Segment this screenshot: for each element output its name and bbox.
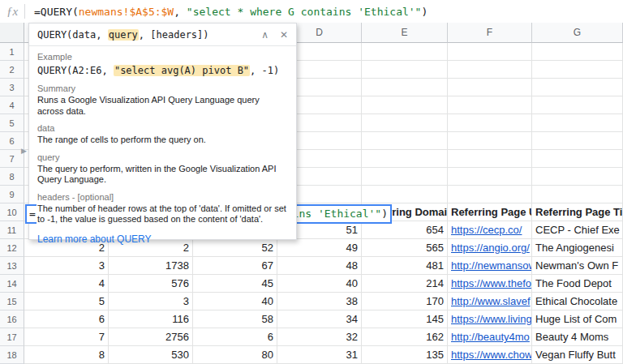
cell-E9[interactable] bbox=[362, 186, 448, 203]
cell-G10[interactable]: Referring Page Title bbox=[532, 203, 623, 221]
cell-F4[interactable] bbox=[448, 96, 532, 114]
cell-D14[interactable]: 40 bbox=[277, 275, 362, 293]
cell-G18[interactable]: Vegan Fluffy Butt bbox=[532, 346, 623, 364]
cell-G3[interactable] bbox=[532, 79, 623, 96]
cell-G5[interactable] bbox=[532, 114, 623, 132]
cell-F3[interactable] bbox=[448, 79, 532, 96]
cell-B15[interactable]: 3 bbox=[109, 293, 193, 310]
cell-G2[interactable] bbox=[532, 61, 623, 79]
learn-more-link[interactable]: Learn more about QUERY bbox=[37, 233, 288, 245]
row-header-4[interactable]: 4 bbox=[0, 96, 24, 114]
cell-E4[interactable] bbox=[362, 96, 448, 114]
cell-B14[interactable]: 576 bbox=[109, 275, 193, 293]
cell-F1[interactable] bbox=[448, 43, 532, 61]
cell-C13[interactable]: 67 bbox=[193, 257, 277, 275]
cell-F14-link[interactable]: https://www.thefo bbox=[448, 275, 532, 293]
cell-E13[interactable]: 481 bbox=[362, 257, 448, 275]
cell-C14[interactable]: 45 bbox=[193, 275, 277, 293]
cell-G7[interactable] bbox=[532, 150, 623, 168]
cell-G15[interactable]: Ethical Chocolate bbox=[532, 293, 623, 310]
row-header-8[interactable]: 8 bbox=[0, 168, 24, 186]
cell-G6[interactable] bbox=[532, 132, 623, 150]
select-all-corner[interactable] bbox=[0, 23, 24, 43]
close-icon[interactable]: ✕ bbox=[280, 30, 288, 40]
cell-F13-link[interactable]: http://newmansow bbox=[448, 257, 532, 275]
cell-A15[interactable]: 5 bbox=[24, 293, 109, 310]
cell-B17[interactable]: 2756 bbox=[109, 328, 193, 346]
cell-G11[interactable]: CECP - Chief Exe bbox=[532, 221, 623, 239]
collapse-icon[interactable]: ∧ bbox=[261, 30, 269, 40]
cell-F15-link[interactable]: http://www.slavef bbox=[448, 293, 532, 310]
cell-B18[interactable]: 530 bbox=[109, 346, 193, 364]
row-header-16[interactable]: 16 bbox=[0, 310, 24, 328]
column-header-E[interactable]: E bbox=[362, 23, 448, 43]
cell-E1[interactable] bbox=[362, 43, 448, 61]
cell-G12[interactable]: The Angiogenesi bbox=[532, 239, 623, 257]
cell-E12[interactable]: 565 bbox=[362, 239, 448, 257]
cell-E7[interactable] bbox=[362, 150, 448, 168]
cell-F2[interactable] bbox=[448, 61, 532, 79]
cell-G13[interactable]: Newman's Own F bbox=[532, 257, 623, 275]
row-header-11[interactable]: 11 bbox=[0, 221, 24, 239]
cell-F18-link[interactable]: https://www.chow bbox=[448, 346, 532, 364]
row-header-13[interactable]: 13 bbox=[0, 257, 24, 275]
cell-F7[interactable] bbox=[448, 150, 532, 168]
cell-E2[interactable] bbox=[362, 61, 448, 79]
cell-C17[interactable]: 6 bbox=[193, 328, 277, 346]
cell-D13[interactable]: 48 bbox=[277, 257, 362, 275]
cell-E8[interactable] bbox=[362, 168, 448, 186]
cell-F16-link[interactable]: https://www.living bbox=[448, 310, 532, 328]
cell-C18[interactable]: 80 bbox=[193, 346, 277, 364]
cell-A18[interactable]: 8 bbox=[24, 346, 109, 364]
cell-E16[interactable]: 145 bbox=[362, 310, 448, 328]
cell-F11-link[interactable]: https://cecp.co/ bbox=[448, 221, 532, 239]
cell-F5[interactable] bbox=[448, 114, 532, 132]
cell-E15[interactable]: 170 bbox=[362, 293, 448, 310]
cell-G14[interactable]: The Food Depot bbox=[532, 275, 623, 293]
row-header-9[interactable]: 9 bbox=[0, 186, 24, 203]
row-header-1[interactable]: 1 bbox=[0, 43, 24, 61]
cell-A13[interactable]: 3 bbox=[24, 257, 109, 275]
cell-E14[interactable]: 214 bbox=[362, 275, 448, 293]
cell-F12-link[interactable]: https://angio.org/ bbox=[448, 239, 532, 257]
cell-C16[interactable]: 58 bbox=[193, 310, 277, 328]
expand-arrow-icon[interactable]: ▶ bbox=[21, 147, 27, 155]
row-header-2[interactable]: 2 bbox=[0, 61, 24, 79]
cell-E18[interactable]: 135 bbox=[362, 346, 448, 364]
cell-G1[interactable] bbox=[532, 43, 623, 61]
cell-F6[interactable] bbox=[448, 132, 532, 150]
cell-B13[interactable]: 1738 bbox=[109, 257, 193, 275]
cell-G8[interactable] bbox=[532, 168, 623, 186]
formula-input[interactable]: =QUERY(newmans!$A$5:$W, "select * where … bbox=[34, 6, 428, 18]
cell-D15[interactable]: 38 bbox=[277, 293, 362, 310]
cell-F9[interactable] bbox=[448, 186, 532, 203]
cell-E5[interactable] bbox=[362, 114, 448, 132]
row-header-18[interactable]: 18 bbox=[0, 346, 24, 364]
cell-A17[interactable]: 7 bbox=[24, 328, 109, 346]
row-header-15[interactable]: 15 bbox=[0, 293, 24, 310]
row-header-3[interactable]: 3 bbox=[0, 79, 24, 96]
cell-E6[interactable] bbox=[362, 132, 448, 150]
cell-G4[interactable] bbox=[532, 96, 623, 114]
row-header-5[interactable]: 5 bbox=[0, 114, 24, 132]
cell-E17[interactable]: 162 bbox=[362, 328, 448, 346]
column-header-G[interactable]: G bbox=[532, 23, 623, 43]
cell-A14[interactable]: 4 bbox=[24, 275, 109, 293]
row-header-12[interactable]: 12 bbox=[0, 239, 24, 257]
column-header-F[interactable]: F bbox=[448, 23, 532, 43]
cell-C15[interactable]: 40 bbox=[193, 293, 277, 310]
cell-E11[interactable]: 654 bbox=[362, 221, 448, 239]
cell-F8[interactable] bbox=[448, 168, 532, 186]
cell-D18[interactable]: 31 bbox=[277, 346, 362, 364]
cell-D17[interactable]: 32 bbox=[277, 328, 362, 346]
cell-G9[interactable] bbox=[532, 186, 623, 203]
cell-F17-link[interactable]: http://beauty4mo bbox=[448, 328, 532, 346]
cell-G16[interactable]: Huge List of Com bbox=[532, 310, 623, 328]
row-header-14[interactable]: 14 bbox=[0, 275, 24, 293]
cell-B16[interactable]: 116 bbox=[109, 310, 193, 328]
row-header-17[interactable]: 17 bbox=[0, 328, 24, 346]
row-header-10[interactable]: 10 bbox=[0, 203, 24, 221]
cell-F10[interactable]: Referring Page URL bbox=[448, 203, 532, 221]
cell-A16[interactable]: 6 bbox=[24, 310, 109, 328]
cell-G17[interactable]: Beauty 4 Moms bbox=[532, 328, 623, 346]
